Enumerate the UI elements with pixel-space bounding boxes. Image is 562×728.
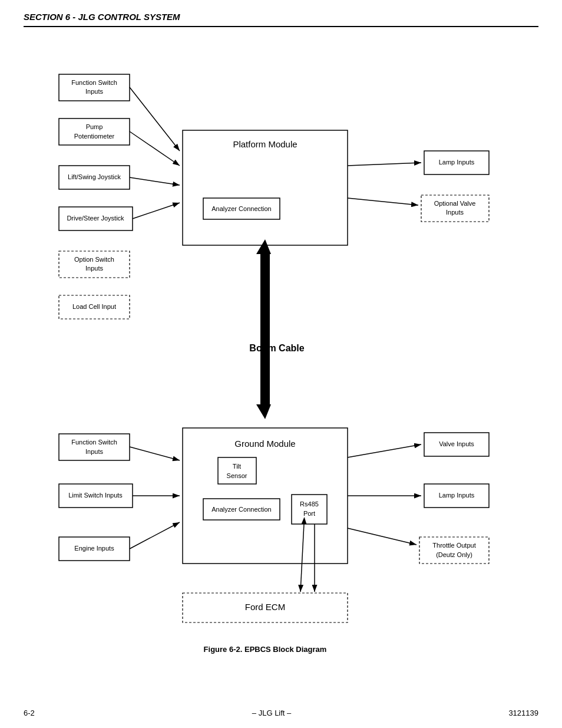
throttle-output-label2: (Deutz Only): [436, 551, 472, 558]
arrow-lift-swing: [130, 177, 180, 185]
lift-swing-joystick-label: Lift/Swing Joystick: [68, 173, 121, 180]
header: SECTION 6 - JLG CONTROL SYSTEM: [24, 12, 538, 27]
tilt-sensor-label: Tilt: [233, 463, 241, 470]
limit-switch-inputs-label: Limit Switch Inputs: [68, 492, 123, 499]
footer-right: 3121139: [508, 709, 538, 717]
function-switch-inputs-2-label2: Inputs: [85, 448, 103, 455]
boom-cable-arrowhead-down: [256, 404, 271, 419]
arrow-engine-inputs: [130, 522, 180, 549]
function-switch-inputs-1-label: Function Switch: [71, 79, 117, 86]
ground-module-label: Ground Module: [234, 439, 295, 449]
pump-potentiometer-label: Pump: [86, 123, 103, 130]
function-switch-inputs-2-box: [59, 434, 130, 460]
platform-module-label: Platform Module: [233, 139, 297, 149]
rs485-port-label2: Port: [303, 510, 315, 517]
option-switch-inputs-label2: Inputs: [85, 265, 103, 272]
arrow-drive-steer: [133, 203, 180, 219]
arrow-throttle-output: [348, 528, 416, 545]
load-cell-input-label: Load Cell Input: [72, 303, 116, 310]
arrow-pump-potentiometer: [130, 131, 180, 166]
function-switch-inputs-2-label: Function Switch: [71, 439, 117, 446]
footer-center: – JLG Lift –: [252, 709, 291, 717]
optional-valve-inputs-label: Optional Valve: [434, 200, 476, 207]
pump-potentiometer-box: [59, 118, 130, 145]
arrow-function-switch-2: [130, 447, 180, 460]
boom-cable-label: Boom Cable: [249, 343, 304, 353]
footer: 6-2 – JLG Lift – 3121139: [24, 709, 538, 717]
engine-inputs-label: Engine Inputs: [74, 545, 114, 552]
ford-ecm-label: Ford ECM: [245, 602, 285, 612]
diagram-area: Function Switch Inputs Pump Potentiomete…: [24, 33, 538, 681]
arrow-optional-valve: [348, 198, 418, 205]
pump-potentiometer-label2: Potentiometer: [74, 133, 115, 140]
tilt-sensor-box: [218, 457, 256, 484]
lamp-inputs-1-label: Lamp Inputs: [439, 159, 475, 166]
arrow-valve-inputs: [348, 444, 421, 457]
drive-steer-joystick-label: Drive/Steer Joystick: [67, 215, 124, 222]
throttle-output-box: [419, 537, 489, 564]
header-title: SECTION 6 - JLG CONTROL SYSTEM: [24, 12, 180, 22]
footer-left: 6-2: [24, 709, 35, 717]
boom-cable-shaft: [260, 254, 270, 404]
arrow-lamp-inputs-1: [348, 163, 421, 166]
arrow-function-switch-1: [130, 87, 180, 151]
rs485-port-label: Rs485: [300, 500, 319, 508]
diagram-caption: Figure 6-2. EPBCS Block Diagram: [204, 645, 327, 654]
valve-inputs-label: Valve Inputs: [439, 440, 474, 447]
tilt-sensor-label2: Sensor: [227, 472, 247, 479]
lamp-inputs-2-label: Lamp Inputs: [439, 492, 475, 499]
analyzer-connection-2-label: Analyzer Connection: [211, 506, 272, 513]
diagram-svg: Function Switch Inputs Pump Potentiomete…: [24, 33, 538, 681]
function-switch-inputs-1-label2: Inputs: [85, 88, 103, 95]
throttle-output-label: Throttle Output: [432, 542, 475, 549]
optional-valve-inputs-label2: Inputs: [446, 209, 464, 216]
option-switch-inputs-label: Option Switch: [74, 256, 114, 263]
analyzer-connection-1-label: Analyzer Connection: [211, 205, 272, 212]
page: SECTION 6 - JLG CONTROL SYSTEM Function …: [0, 0, 562, 728]
